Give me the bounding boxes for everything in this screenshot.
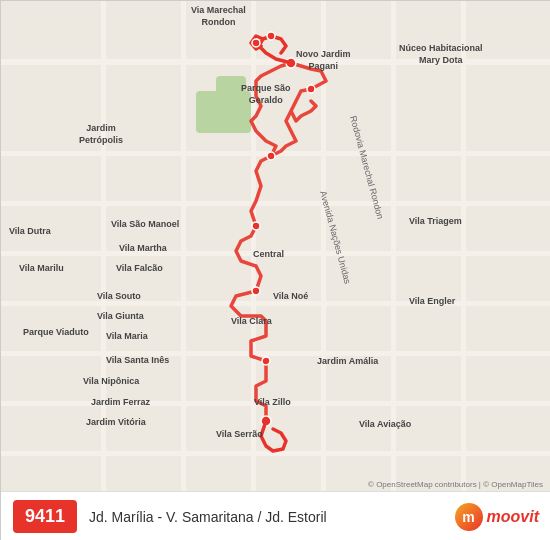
label-jardim-vitoria: Jardim Vitória bbox=[86, 417, 146, 429]
svg-point-1 bbox=[262, 357, 270, 365]
label-vila-serao: Vila Serrão bbox=[216, 429, 263, 441]
footer-bar: 9411 Jd. Marília - V. Samaritana / Jd. E… bbox=[1, 491, 550, 540]
label-vila-aviacao: Vila Aviação bbox=[359, 419, 411, 431]
label-central: Central bbox=[253, 249, 284, 261]
svg-point-2 bbox=[252, 287, 260, 295]
moovit-logo: m moovit bbox=[455, 503, 539, 531]
label-parque-viaduto: Parque Viaduto bbox=[23, 327, 89, 339]
label-vila-niponica: Vila Nipônica bbox=[83, 376, 139, 388]
label-vila-sao-manoel: Vila São Manoel bbox=[111, 219, 179, 231]
label-vila-clara: Vila Clara bbox=[231, 316, 272, 328]
label-vila-maria: Vila Maria bbox=[106, 331, 148, 343]
route-overlay bbox=[1, 1, 550, 491]
map-container[interactable]: Via MarechalRondon Novo JardimPagani Núc… bbox=[1, 1, 550, 491]
label-via-marechal-rondon: Via MarechalRondon bbox=[191, 5, 246, 28]
label-vila-martha: Vila Martha bbox=[119, 243, 167, 255]
moovit-text: moovit bbox=[487, 508, 539, 526]
label-vila-zillo: Vila Zillo bbox=[254, 397, 291, 409]
svg-point-3 bbox=[252, 222, 260, 230]
label-parque-sao-geraldo: Parque SãoGeraldo bbox=[241, 83, 291, 106]
route-badge: 9411 bbox=[13, 500, 77, 533]
label-vila-santa-ines: Vila Santa Inês bbox=[106, 355, 169, 367]
svg-point-4 bbox=[267, 152, 275, 160]
label-nucleo-mary-dota: Núceo HabitacionalMary Dota bbox=[399, 43, 483, 66]
svg-point-7 bbox=[267, 32, 275, 40]
label-jardim-amalia: Jardim Amália bbox=[317, 356, 378, 368]
label-vila-triagem: Vila Triagem bbox=[409, 216, 462, 228]
route-number: 9411 bbox=[25, 506, 65, 526]
label-vila-giunta: Vila Giunta bbox=[97, 311, 144, 323]
label-jardim-ferraz: Jardim Ferraz bbox=[91, 397, 150, 409]
label-vila-marilu: Vila Marilu bbox=[19, 263, 64, 275]
label-vila-falcao: Vila Falcão bbox=[116, 263, 163, 275]
svg-point-6 bbox=[307, 85, 315, 93]
label-vila-dutra: Vila Dutra bbox=[9, 226, 51, 238]
label-vila-souto: Vila Souto bbox=[97, 291, 141, 303]
label-jardim-petropolis: JardimPetrópolis bbox=[79, 123, 123, 146]
label-vila-engler: Vila Engler bbox=[409, 296, 455, 308]
svg-point-8 bbox=[252, 39, 260, 47]
label-vila-noe: Vila Noé bbox=[273, 291, 308, 303]
app-container: Via MarechalRondon Novo JardimPagani Núc… bbox=[0, 0, 550, 540]
label-novo-jardim-pagani: Novo JardimPagani bbox=[296, 49, 351, 72]
map-attribution: © OpenStreetMap contributors | © OpenMap… bbox=[368, 480, 543, 489]
route-name-label: Jd. Marília - V. Samaritana / Jd. Estori… bbox=[89, 509, 455, 525]
moovit-icon: m bbox=[455, 503, 483, 531]
